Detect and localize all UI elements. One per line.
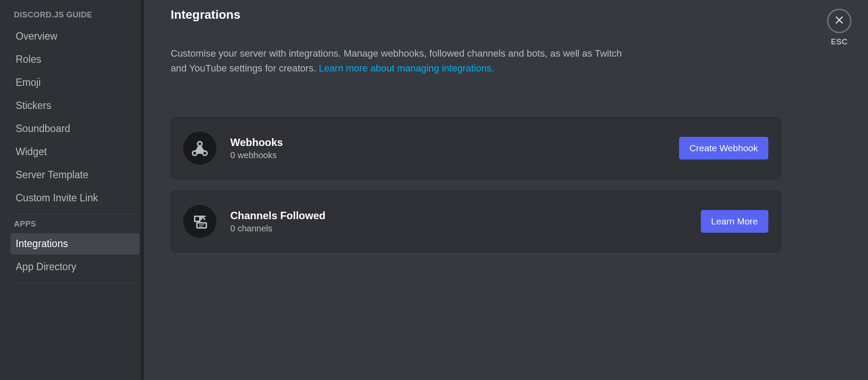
- sidebar-item-stickers[interactable]: Stickers: [10, 95, 139, 116]
- channels-count: 0 channels: [230, 224, 701, 234]
- sidebar-item-soundboard[interactable]: Soundboard: [10, 118, 139, 139]
- sidebar-item-label: Emoji: [16, 77, 41, 88]
- sidebar-server-name: DISCORD.JS GUIDE: [10, 10, 139, 20]
- settings-sidebar: DISCORD.JS GUIDE Overview Roles Emoji St…: [0, 0, 144, 380]
- channels-followed-card: Channels Followed 0 channels Learn More: [171, 190, 781, 252]
- page-description: Customise your server with integrations.…: [171, 46, 623, 76]
- webhooks-count: 0 webhooks: [230, 150, 679, 160]
- sidebar-item-label: Widget: [16, 146, 47, 157]
- sidebar-item-label: Overview: [16, 31, 57, 42]
- sidebar-item-roles[interactable]: Roles: [10, 49, 139, 70]
- sidebar-divider: [14, 283, 136, 283]
- sidebar-item-label: Server Template: [16, 169, 88, 180]
- main-content: Integrations Customise your server with …: [144, 0, 868, 380]
- channels-card-body: Channels Followed 0 channels: [230, 210, 701, 234]
- sidebar-divider: [14, 214, 136, 214]
- channels-followed-icon: [183, 205, 216, 238]
- sidebar-item-integrations[interactable]: Integrations: [10, 233, 139, 254]
- close-button[interactable]: [827, 9, 851, 33]
- sidebar-item-label: Stickers: [16, 100, 51, 111]
- sidebar-item-widget[interactable]: Widget: [10, 141, 139, 163]
- channels-learn-more-button[interactable]: Learn More: [701, 210, 768, 233]
- sidebar-item-overview[interactable]: Overview: [10, 26, 139, 47]
- webhook-icon: [183, 132, 216, 165]
- channels-title: Channels Followed: [230, 210, 701, 222]
- sidebar-section-apps: APPS: [10, 220, 139, 229]
- page-title: Integrations: [171, 8, 781, 22]
- sidebar-item-app-directory[interactable]: App Directory: [10, 256, 139, 278]
- section-divider: [171, 267, 781, 268]
- sidebar-item-label: Roles: [16, 54, 41, 65]
- close-icon: [834, 14, 845, 27]
- sidebar-item-label: App Directory: [16, 261, 76, 272]
- webhooks-card: Webhooks 0 webhooks Create Webhook: [171, 117, 781, 179]
- sidebar-item-emoji[interactable]: Emoji: [10, 72, 139, 93]
- sidebar-item-server-template[interactable]: Server Template: [10, 164, 139, 186]
- sidebar-item-label: Custom Invite Link: [16, 192, 98, 204]
- close-label: ESC: [831, 37, 848, 47]
- create-webhook-button[interactable]: Create Webhook: [679, 137, 768, 159]
- webhooks-card-body: Webhooks 0 webhooks: [230, 136, 679, 160]
- sidebar-item-label: Integrations: [16, 238, 68, 249]
- learn-more-link[interactable]: Learn more about managing integrations.: [319, 63, 494, 74]
- section-divider: [171, 94, 781, 95]
- sidebar-item-label: Soundboard: [16, 123, 70, 134]
- sidebar-item-custom-invite-link[interactable]: Custom Invite Link: [10, 187, 139, 209]
- webhooks-title: Webhooks: [230, 136, 679, 149]
- close-area: ESC: [827, 9, 851, 47]
